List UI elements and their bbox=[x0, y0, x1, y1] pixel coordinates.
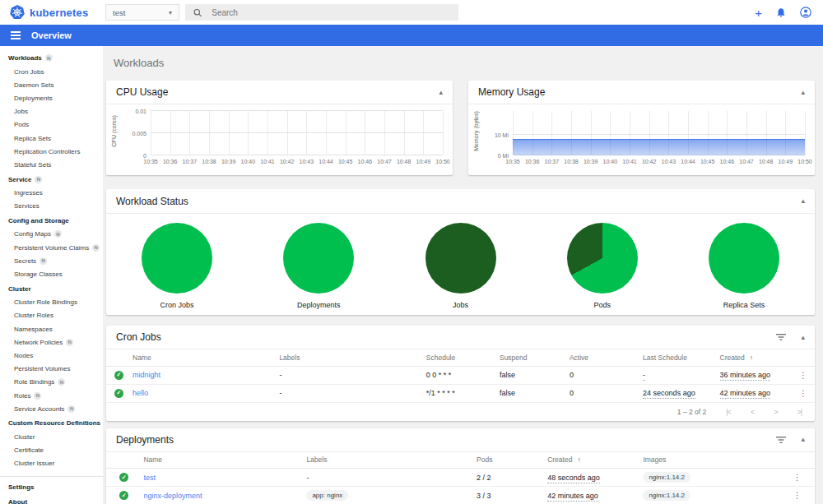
collapse-card-button chevron-up-icon[interactable]: ▴ bbox=[801, 436, 805, 443]
x-axis-tick-label: 10:46 bbox=[720, 159, 735, 164]
menu-toggle-button[interactable] bbox=[11, 31, 21, 39]
resource-name-link[interactable]: nginx-deployment bbox=[143, 492, 202, 500]
sidebar-item-replication-controllers[interactable]: Replication Controllers bbox=[0, 145, 103, 158]
resource-name-link[interactable]: hello bbox=[133, 389, 148, 397]
column-header-last-schedule[interactable]: Last Schedule bbox=[638, 349, 714, 366]
namespace-selected-value: test bbox=[113, 8, 125, 17]
sidebar-item-cluster[interactable]: Cluster bbox=[0, 430, 103, 443]
sidebar-item-about[interactable]: About bbox=[0, 494, 103, 504]
pie-label: Jobs bbox=[453, 301, 468, 309]
column-header-schedule[interactable]: Schedule bbox=[421, 349, 495, 366]
collapse-card-button chevron-up-icon[interactable]: ▴ bbox=[801, 334, 805, 341]
column-header-images[interactable]: Images bbox=[638, 452, 779, 469]
column-header-labels[interactable]: Labels bbox=[301, 452, 472, 469]
kubernetes-logo[interactable]: kubernetes bbox=[10, 5, 105, 20]
row-actions-menu-icon[interactable]: ⋮ bbox=[799, 389, 807, 398]
relative-time-text: 42 minutes ago bbox=[547, 492, 598, 502]
cron-jobs-card: Cron Jobs ▴ NameLabelsScheduleSuspendAct… bbox=[106, 326, 815, 421]
relative-time-text: 36 minutes ago bbox=[720, 371, 771, 381]
sidebar-group-cluster[interactable]: Cluster bbox=[0, 281, 103, 296]
next-page-button[interactable]: > bbox=[774, 408, 777, 416]
sidebar-item-network-policies[interactable]: Network PoliciesN bbox=[0, 335, 103, 349]
sidebar-group-service[interactable]: ServiceN bbox=[0, 172, 103, 187]
sidebar-group-label: Service bbox=[8, 176, 31, 183]
sidebar-item-daemon-sets[interactable]: Daemon Sets bbox=[0, 78, 103, 91]
collapse-card-button chevron-up-icon[interactable]: ▴ bbox=[801, 89, 805, 96]
sidebar-item-cluster-issuer[interactable]: Cluster Issuer bbox=[0, 457, 103, 470]
sidebar-item-cluster-roles[interactable]: Cluster Roles bbox=[0, 309, 103, 322]
sidebar-item-roles[interactable]: RolesN bbox=[0, 389, 103, 402]
sidebar-item-services[interactable]: Services bbox=[0, 200, 103, 213]
column-header-active[interactable]: Active bbox=[565, 349, 638, 366]
sidebar-item-config-maps[interactable]: Config MapsN bbox=[0, 228, 103, 241]
search-icon bbox=[193, 8, 202, 17]
sidebar-item-jobs[interactable]: Jobs bbox=[0, 105, 103, 118]
sidebar-item-persistent-volume-claims[interactable]: Persistent Volume ClaimsN bbox=[0, 241, 103, 254]
sidebar-item-cluster-role-bindings[interactable]: Cluster Role Bindings bbox=[0, 296, 103, 309]
sidebar-item-service-accounts[interactable]: Service AccountsN bbox=[0, 402, 103, 415]
column-header-created[interactable]: Created↑ bbox=[542, 452, 638, 469]
sidebar-item-namespaces[interactable]: Namespaces bbox=[0, 322, 103, 335]
column-header-suspend[interactable]: Suspend bbox=[495, 349, 565, 366]
sidebar-group-label: Cluster bbox=[8, 285, 31, 293]
namespaced-badge: N bbox=[92, 244, 100, 252]
sidebar-item-pods[interactable]: Pods bbox=[0, 118, 103, 132]
search-input[interactable] bbox=[212, 8, 450, 17]
sidebar-item-certificate[interactable]: Certificate bbox=[0, 444, 103, 457]
column-header-label: Labels bbox=[306, 455, 327, 464]
collapse-card-button chevron-up-icon[interactable]: ▴ bbox=[801, 197, 805, 205]
column-header-pods[interactable]: Pods bbox=[472, 452, 542, 469]
resource-name-link[interactable]: midnight bbox=[133, 371, 160, 379]
pie-label: Pods bbox=[593, 301, 611, 309]
row-actions-menu-icon[interactable]: ⋮ bbox=[793, 491, 802, 500]
sidebar-item-secrets[interactable]: SecretsN bbox=[0, 254, 103, 267]
x-axis-tick-label: 10:50 bbox=[435, 159, 450, 164]
sidebar-item-deployments[interactable]: Deployments bbox=[0, 91, 103, 104]
sidebar-item-persistent-volumes[interactable]: Persistent Volumes bbox=[0, 363, 103, 376]
sidebar-item-label: Storage Classes bbox=[14, 270, 63, 278]
first-page-button[interactable]: |< bbox=[726, 408, 731, 416]
sidebar-item-cron-jobs[interactable]: Cron Jobs bbox=[0, 65, 103, 78]
row-actions-menu-icon[interactable]: ⋮ bbox=[799, 371, 807, 380]
account-button[interactable] bbox=[800, 7, 811, 18]
sidebar-item-ingresses[interactable]: Ingresses bbox=[0, 187, 103, 200]
sidebar-item-label: Ingresses bbox=[14, 189, 43, 197]
filter-button[interactable] bbox=[776, 436, 786, 444]
table-row: ✓hello-*/1 * * * *false024 seconds ago42… bbox=[106, 384, 815, 402]
x-axis-tick-label: 10:35 bbox=[143, 159, 158, 164]
collapse-card-button chevron-up-icon[interactable]: ▴ bbox=[439, 89, 443, 96]
cell-text: 3 / 3 bbox=[477, 492, 491, 500]
sidebar-item-replica-sets[interactable]: Replica Sets bbox=[0, 132, 103, 145]
chart-vertical-gridline bbox=[346, 111, 346, 155]
x-axis-tick-label: 10:46 bbox=[358, 159, 373, 164]
column-header-labels[interactable]: Labels bbox=[274, 349, 421, 366]
last-page-button[interactable]: >| bbox=[797, 408, 802, 416]
sidebar-group-config-and-storage[interactable]: Config and Storage bbox=[0, 213, 103, 228]
resource-name-link[interactable]: test bbox=[143, 474, 156, 482]
workload-status-body: Cron JobsDeploymentsJobsPodsReplica Sets bbox=[106, 214, 815, 315]
sidebar-item-storage-classes[interactable]: Storage Classes bbox=[0, 267, 103, 280]
chart-vertical-gridline bbox=[306, 111, 307, 155]
sidebar-item-label: Services bbox=[14, 202, 40, 210]
column-header-created[interactable]: Created↑ bbox=[715, 349, 792, 366]
sidebar-item-settings[interactable]: Settings bbox=[0, 479, 103, 494]
sidebar-item-role-bindings[interactable]: Role BindingsN bbox=[0, 376, 103, 389]
sidebar-group-workloads[interactable]: WorkloadsN bbox=[0, 50, 103, 65]
filter-button[interactable] bbox=[776, 333, 786, 341]
sidebar-group-custom-resource-definitions[interactable]: Custom Resource Definitions bbox=[0, 415, 103, 430]
topbar-actions: + bbox=[755, 7, 823, 19]
sidebar-item-stateful-sets[interactable]: Stateful Sets bbox=[0, 158, 103, 171]
search-bar[interactable] bbox=[185, 4, 458, 21]
notifications-button[interactable] bbox=[776, 7, 786, 18]
row-actions-menu-icon[interactable]: ⋮ bbox=[793, 473, 802, 482]
sidebar-item-nodes[interactable]: Nodes bbox=[0, 349, 103, 362]
deployments-card: Deployments ▴ NameLabelsPodsCreated↑Imag… bbox=[106, 428, 815, 504]
column-header-spacer bbox=[792, 349, 815, 366]
y-axis-label: CPU (cores) bbox=[108, 104, 119, 157]
create-resource-button[interactable]: + bbox=[755, 7, 762, 19]
column-header-name[interactable]: Name bbox=[138, 452, 301, 469]
previous-page-button[interactable]: < bbox=[751, 408, 754, 416]
namespace-selector[interactable]: test ▾ bbox=[105, 4, 179, 21]
column-header-name[interactable]: Name bbox=[128, 349, 274, 366]
sidebar-item-label: Namespaces bbox=[14, 326, 53, 333]
